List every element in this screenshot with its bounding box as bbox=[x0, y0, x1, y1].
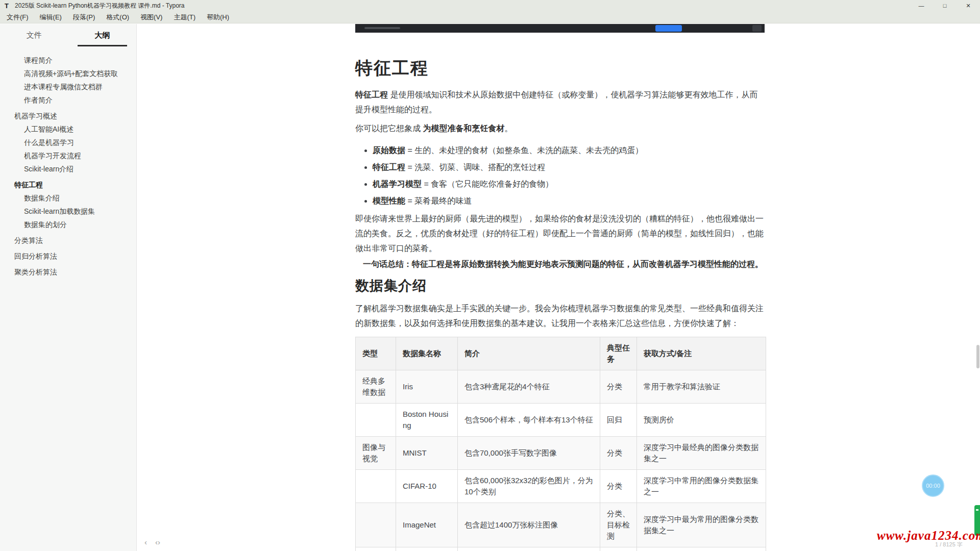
outline-item[interactable]: 进本课程专属微信文档群 bbox=[0, 80, 136, 93]
table-header-cell: 典型任务 bbox=[600, 337, 637, 370]
outline-item[interactable]: 作者简介 bbox=[0, 93, 136, 107]
footer-icons: ‹ ‹› bbox=[144, 538, 160, 546]
word-count: 1 / 8125 字 bbox=[935, 541, 963, 548]
cell-note: 常用于教学和算法验证 bbox=[637, 370, 766, 404]
list-term: 特征工程 bbox=[373, 163, 405, 171]
list-item: 特征工程 = 洗菜、切菜、调味、搭配的烹饪过程 bbox=[373, 160, 766, 174]
outline-item[interactable]: Scikit-learn介绍 bbox=[0, 162, 136, 176]
menu-bar: 文件(F)编辑(E)段落(P)格式(O)视图(V)主题(T)帮助(H) bbox=[0, 11, 980, 23]
typora-logo-icon: T bbox=[5, 2, 9, 10]
cell-task: 回归 bbox=[600, 404, 637, 437]
sidebar: 文件大纲 课程简介高清视频+源码+配套文档获取进本课程专属微信文档群作者简介机器… bbox=[0, 24, 137, 551]
table-header-row: 类型数据集名称简介典型任务获取方式/备注 bbox=[356, 337, 766, 370]
outline-panel: 课程简介高清视频+源码+配套文档获取进本课程专属微信文档群作者简介机器学习概述人… bbox=[0, 46, 136, 279]
table-header-cell: 简介 bbox=[458, 337, 600, 370]
cell-name bbox=[396, 547, 458, 551]
outline-item[interactable]: 聚类分析算法 bbox=[0, 265, 136, 279]
menu-item[interactable]: 视图(V) bbox=[135, 13, 168, 22]
bold-lead: 特征工程 bbox=[355, 90, 388, 99]
paragraph-analogy: 你可以把它想象成 为模型准备和烹饪食材。 bbox=[355, 121, 766, 136]
table-header-cell: 获取方式/备注 bbox=[637, 337, 766, 370]
cell-task: 分类 bbox=[600, 437, 637, 470]
cell-name: CIFAR-10 bbox=[396, 470, 458, 503]
cell-name: Iris bbox=[396, 370, 458, 404]
cell-desc: 包含506个样本，每个样本有13个特征 bbox=[458, 404, 600, 437]
cell-type bbox=[356, 404, 396, 437]
outline-item[interactable]: 课程简介 bbox=[0, 54, 136, 67]
list-term: 机器学习模型 bbox=[373, 180, 422, 188]
table-row: 文本与语言 bbox=[356, 547, 766, 551]
recording-timer-bubble[interactable]: 00:00 bbox=[922, 474, 944, 497]
outline-item[interactable]: 什么是机器学习 bbox=[0, 136, 136, 149]
cell-desc: 包含超过1400万张标注图像 bbox=[458, 503, 600, 547]
cell-type bbox=[356, 503, 396, 547]
table-header-cell: 类型 bbox=[356, 337, 396, 370]
sidebar-tab[interactable]: 文件 bbox=[0, 24, 68, 46]
cell-desc: 包含3种鸢尾花的4个特征 bbox=[458, 370, 600, 404]
cell-type bbox=[356, 470, 396, 503]
cell-note: 深度学习中常用的图像分类数据集之一 bbox=[637, 470, 766, 503]
list-item: 模型性能 = 菜肴最终的味道 bbox=[373, 193, 766, 208]
watermark: www.java1234.com bbox=[877, 529, 980, 543]
window-controls: — □ ✕ bbox=[910, 0, 980, 11]
bold-analogy: 为模型准备和烹饪食材 bbox=[423, 124, 504, 133]
cell-note: 深度学习中最为常用的图像分类数据集之一 bbox=[637, 503, 766, 547]
cell-type: 文本与语言 bbox=[356, 547, 396, 551]
sidebar-tabs: 文件大纲 bbox=[0, 24, 136, 46]
cell-task bbox=[600, 547, 637, 551]
table-row: 经典多维数据 Iris 包含3种鸢尾花的4个特征 分类 常用于教学和算法验证 bbox=[356, 370, 766, 404]
table-row: 图像与视觉 MNIST 包含70,000张手写数字图像 分类 深度学习中最经典的… bbox=[356, 437, 766, 470]
source-mode-icon[interactable]: ‹› bbox=[155, 538, 160, 546]
outline-item[interactable]: 数据集介绍 bbox=[0, 191, 136, 205]
cell-name: ImageNet bbox=[396, 503, 458, 547]
menu-item[interactable]: 帮助(H) bbox=[201, 13, 235, 22]
table-header-cell: 数据集名称 bbox=[396, 337, 458, 370]
menu-item[interactable]: 编辑(E) bbox=[34, 13, 67, 22]
sidebar-toggle-icon[interactable]: ‹ bbox=[144, 538, 147, 546]
list-term: 原始数据 bbox=[373, 146, 405, 155]
menu-item[interactable]: 主题(T) bbox=[168, 13, 201, 22]
outline-item[interactable]: 特征工程 bbox=[0, 178, 136, 191]
table-row: ImageNet 包含超过1400万张标注图像 分类、目标检测 深度学习中最为常… bbox=[356, 503, 766, 547]
outline-item[interactable]: 机器学习概述 bbox=[0, 109, 136, 122]
outline-item[interactable]: 人工智能AI概述 bbox=[0, 122, 136, 136]
minimize-button[interactable]: — bbox=[910, 0, 933, 11]
menu-item[interactable]: 段落(P) bbox=[67, 13, 101, 22]
cell-desc: 包含70,000张手写数字图像 bbox=[458, 437, 600, 470]
menu-item[interactable]: 格式(O) bbox=[101, 13, 135, 22]
cell-type: 经典多维数据 bbox=[356, 370, 396, 404]
cell-note bbox=[637, 547, 766, 551]
cell-desc: 包含60,000张32x32的彩色图片，分为10个类别 bbox=[458, 470, 600, 503]
scrollbar-thumb[interactable] bbox=[976, 345, 979, 368]
cell-task: 分类 bbox=[600, 470, 637, 503]
list-item: 机器学习模型 = 食客（它只能吃你准备好的食物） bbox=[373, 177, 766, 191]
sidebar-tab[interactable]: 大纲 bbox=[68, 24, 137, 46]
cell-task: 分类 bbox=[600, 370, 637, 404]
outline-item[interactable]: 高清视频+源码+配套文档获取 bbox=[0, 67, 136, 80]
menu-item[interactable]: 文件(F) bbox=[1, 13, 34, 22]
heading-dataset-intro: 数据集介绍 bbox=[355, 277, 766, 295]
paragraph-dataset-intro: 了解机器学习数据集确实是上手实践的关键一步。我会为你梳理机器学习数据集的常见类型… bbox=[355, 301, 766, 331]
outline-item[interactable]: 机器学习开发流程 bbox=[0, 149, 136, 162]
cell-note: 预测房价 bbox=[637, 404, 766, 437]
analogy-list: 原始数据 = 生的、未处理的食材（如整条鱼、未洗的蔬菜、未去壳的鸡蛋） 特征工程… bbox=[355, 143, 766, 208]
paragraph-summary: 一句话总结：特征工程是将原始数据转换为能更好地表示预测问题的特征，从而改善机器学… bbox=[355, 257, 766, 271]
maximize-button[interactable]: □ bbox=[933, 0, 957, 11]
table-row: CIFAR-10 包含60,000张32x32的彩色图片，分为10个类别 分类 … bbox=[356, 470, 766, 503]
cell-task: 分类、目标检测 bbox=[600, 503, 637, 547]
paragraph-definition: 特征工程 是使用领域知识和技术从原始数据中创建特征（或称变量），使机器学习算法能… bbox=[355, 87, 766, 117]
cell-note: 深度学习中最经典的图像分类数据集之一 bbox=[637, 437, 766, 470]
cell-type: 图像与视觉 bbox=[356, 437, 396, 470]
table-row: Boston Housing 包含506个样本，每个样本有13个特征 回归 预测… bbox=[356, 404, 766, 437]
outline-item[interactable]: Scikit-learn加载数据集 bbox=[0, 205, 136, 218]
close-button[interactable]: ✕ bbox=[957, 0, 980, 11]
outline-item[interactable]: 分类算法 bbox=[0, 234, 136, 247]
list-item: 原始数据 = 生的、未处理的食材（如整条鱼、未洗的蔬菜、未去壳的鸡蛋） bbox=[373, 143, 766, 158]
cell-name: Boston Housing bbox=[396, 404, 458, 437]
outline-item[interactable]: 回归分析算法 bbox=[0, 249, 136, 263]
cell-name: MNIST bbox=[396, 437, 458, 470]
cell-desc bbox=[458, 547, 600, 551]
title-bar: T 2025版 Scikit-learn Python机器学习视频教程 课件.m… bbox=[0, 0, 980, 11]
heading-feature-engineering: 特征工程 bbox=[355, 58, 766, 78]
outline-item[interactable]: 数据集的划分 bbox=[0, 218, 136, 231]
